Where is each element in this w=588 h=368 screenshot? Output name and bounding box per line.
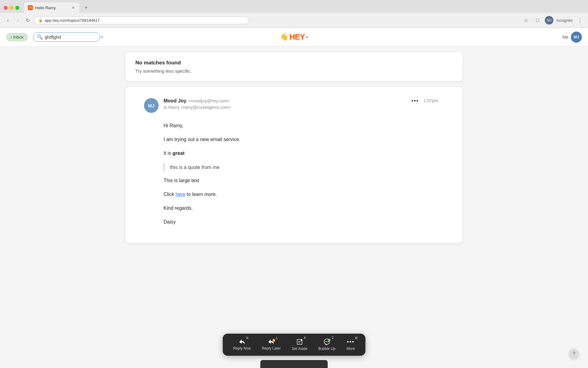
bottom-toolbar: R Reply Now L Reply Later A Set Aside (223, 334, 365, 356)
new-tab-button[interactable]: + (82, 3, 90, 12)
lock-icon: 🔒 (38, 18, 43, 22)
user-area: Me MJ (563, 32, 582, 43)
great-line: It is great (164, 149, 438, 157)
more-button[interactable]: ••• M More (342, 337, 359, 353)
recipient-line: to Ramy <ramy@rocketgems.com> (164, 105, 410, 110)
email-meta: 1:07pm (410, 98, 438, 103)
nav-buttons: ‹ › ↻ (4, 16, 32, 25)
no-matches-title: No matches found (135, 60, 453, 66)
browser-actions: ☆ □ MJ Incognito ⋮ (522, 16, 584, 25)
reply-later-icon: L (268, 339, 275, 345)
incognito-label: Incognito (556, 18, 573, 23)
sender-avatar: MJ (144, 98, 159, 113)
user-avatar[interactable]: MJ (571, 32, 582, 43)
bubble-up-button[interactable]: Z Bubble Up (314, 337, 340, 353)
more-label: More (346, 347, 355, 351)
reply-now-icon: R (239, 339, 245, 345)
minimize-window-button[interactable] (9, 6, 13, 10)
hey-logo-area: 👋 HEY ▾ (280, 32, 308, 42)
tab-favicon: H (28, 5, 33, 10)
signature-line: Daisy (164, 218, 438, 226)
search-icon: 🔍 (37, 34, 43, 40)
reply-now-shortcut: R (246, 336, 248, 340)
app-container: ‹ Inbox 🔍 ✕ 👋 HEY ▾ Me MJ No matches fou… (0, 28, 588, 368)
search-input[interactable] (45, 35, 98, 40)
address-bar: ‹ › ↻ 🔒 app.hey.com/topics/768184617 ☆ □… (0, 13, 588, 28)
email-header: MJ Mood Joy <moodjoy@hey.com> to Ramy <r… (144, 98, 438, 113)
tab-bar: H Hello Ramy ✕ + (0, 0, 588, 13)
back-arrow-icon: ‹ (10, 35, 12, 40)
email-thread: MJ Mood Joy <moodjoy@hey.com> to Ramy <r… (126, 87, 462, 243)
link-line: Click here to learn more. (164, 190, 438, 198)
dropdown-arrow-icon[interactable]: ▾ (306, 35, 308, 40)
search-bar[interactable]: 🔍 ✕ (33, 32, 100, 42)
bubble-up-icon: Z (323, 339, 330, 345)
reply-later-shortcut: L (276, 336, 278, 340)
email-time: 1:07pm (424, 98, 438, 103)
set-aside-icon: A (296, 339, 303, 345)
browser-chrome: H Hello Ramy ✕ + ‹ › ↻ 🔒 app.hey.com/top… (0, 0, 588, 28)
traffic-lights (4, 6, 19, 10)
set-aside-shortcut: A (304, 336, 306, 339)
inbox-label: Inbox (13, 35, 24, 40)
reply-now-button[interactable]: R Reply Now (229, 337, 255, 352)
extension-button[interactable]: □ (533, 16, 542, 25)
email-more-button[interactable] (410, 99, 420, 103)
here-link[interactable]: here (175, 192, 185, 197)
profile-initials: MJ (547, 18, 552, 22)
back-button[interactable]: ‹ (4, 16, 12, 25)
hey-logo: HEY (289, 32, 305, 42)
maximize-window-button[interactable] (15, 6, 19, 10)
bookmark-button[interactable]: ☆ (522, 16, 530, 25)
set-aside-label: Set Aside (292, 347, 307, 351)
greeting-line: Hi Ramy, (164, 121, 438, 130)
url-bar[interactable]: 🔒 app.hey.com/topics/768184617 (34, 17, 249, 24)
bold-great: great (172, 151, 184, 156)
sender-info: Mood Joy <moodjoy@hey.com> to Ramy <ramy… (164, 98, 410, 110)
forward-button[interactable]: › (13, 16, 22, 25)
bubble-up-label: Bubble Up (318, 347, 335, 351)
more-icon: ••• M (347, 339, 355, 345)
menu-button[interactable]: ⋮ (576, 16, 584, 25)
main-content: No matches found Try something less spec… (0, 46, 588, 368)
reply-later-button[interactable]: L Reply Later (258, 337, 285, 352)
app-header: ‹ Inbox 🔍 ✕ 👋 HEY ▾ Me MJ (0, 28, 588, 46)
no-matches-subtitle: Try something less specific. (135, 68, 453, 74)
more-shortcut: M (355, 336, 357, 340)
svg-point-5 (326, 341, 327, 342)
help-icon: ? (573, 351, 575, 357)
url-text: app.hey.com/topics/768184617 (45, 18, 100, 23)
search-results-panel: No matches found Try something less spec… (126, 52, 462, 81)
user-label: Me (563, 35, 568, 40)
profile-badge[interactable]: MJ (545, 16, 553, 25)
regards-line: Kind regards, (164, 204, 438, 212)
bottom-dark-bar (260, 360, 328, 368)
blockquote: this is a quote from me (164, 163, 438, 171)
tab-title: Hello Ramy (35, 6, 56, 10)
bubble-up-shortcut: Z (332, 336, 334, 339)
search-clear-button[interactable]: ✕ (100, 35, 104, 40)
sender-email-address: <moodjoy@hey.com> (188, 98, 230, 103)
set-aside-button[interactable]: A Set Aside (288, 337, 312, 353)
sender-name-line: Mood Joy <moodjoy@hey.com> (164, 98, 410, 104)
tab-close-button[interactable]: ✕ (71, 5, 76, 10)
email-body: Hi Ramy, I am trying out a new email ser… (164, 121, 438, 226)
refresh-button[interactable]: ↻ (23, 16, 32, 25)
large-text-line: This is large text (164, 176, 438, 185)
wave-icon: 👋 (280, 33, 288, 41)
reply-now-label: Reply Now (233, 346, 251, 351)
close-window-button[interactable] (4, 6, 8, 10)
sender-name: Mood Joy (164, 98, 187, 104)
inbox-back-button[interactable]: ‹ Inbox (6, 33, 28, 41)
reply-later-label: Reply Later (262, 346, 281, 351)
intro-line: I am trying out a new email service. (164, 135, 438, 144)
svg-point-4 (325, 341, 326, 342)
active-tab[interactable]: H Hello Ramy ✕ (24, 2, 79, 13)
help-button[interactable]: ? (569, 349, 579, 359)
